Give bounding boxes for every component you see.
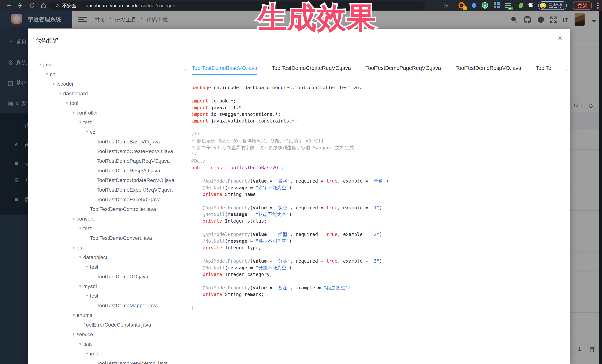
forward-icon[interactable] bbox=[17, 2, 23, 9]
code-line bbox=[191, 171, 566, 178]
file-tab-1[interactable]: ToolTestDemoCreateReqVO.java bbox=[272, 65, 351, 75]
caret-down-icon[interactable]: ▼ bbox=[72, 214, 77, 224]
tree-node-dir[interactable]: ▼service bbox=[35, 330, 189, 339]
close-icon[interactable]: × bbox=[558, 34, 562, 42]
back-icon[interactable] bbox=[5, 2, 11, 9]
annotation-text: 生成效果 bbox=[258, 1, 376, 34]
tree-node-dir[interactable]: ▼test bbox=[35, 291, 189, 301]
tree-node-file[interactable]: ToolTestDemoServiceImpl.java bbox=[35, 359, 189, 364]
not-secure-label: 不安全 bbox=[62, 2, 77, 9]
tree-node-dir[interactable]: ▼impl bbox=[35, 349, 189, 359]
green-y-extension-icon[interactable]: y bbox=[482, 2, 488, 9]
file-tab-2[interactable]: ToolTestDemoPageReqVO.java bbox=[365, 65, 441, 75]
extension-on-badge: on bbox=[508, 7, 513, 10]
extension-badge: 1 bbox=[463, 6, 467, 10]
grid-extension-icon[interactable] bbox=[494, 2, 500, 9]
caret-down-icon[interactable]: ▼ bbox=[85, 291, 90, 301]
code-preview-dialog: 代码预览 × ▼java▼cn▼iocoder▼dashboard▼tool▼c… bbox=[28, 29, 570, 364]
tree-node-file[interactable]: ToolTestDemoRespVO.java bbox=[35, 166, 189, 176]
code-line: * 测试示例 Base VO，提供给添加、修改、详细的子 VO 使用 bbox=[191, 138, 566, 144]
code-line: @ApiModelProperty(value = "类型", required… bbox=[191, 231, 566, 238]
tree-node-dir[interactable]: ▼vo bbox=[35, 127, 189, 137]
caret-down-icon[interactable]: ▼ bbox=[78, 281, 83, 291]
tree-node-dir[interactable]: ▼test bbox=[35, 339, 189, 349]
tree-node-dir[interactable]: ▼convert bbox=[35, 214, 189, 224]
caret-down-icon[interactable]: ▼ bbox=[85, 262, 90, 272]
tree-node-dir[interactable]: ▼dataobject bbox=[35, 253, 189, 262]
code-line: private Integer status; bbox=[191, 218, 566, 224]
browser-scrollbar[interactable] bbox=[599, 11, 602, 364]
tree-node-file[interactable]: ToolTestDemoExportReqVO.java bbox=[35, 185, 189, 195]
tree-node-file[interactable]: ToolTestDemoUpdateReqVO.java bbox=[35, 176, 189, 185]
tree-node-file[interactable]: ToolTestDemoController.java bbox=[35, 204, 189, 214]
tree-node-dir[interactable]: ▼iocoder bbox=[35, 79, 189, 89]
code-line: @ApiModelProperty(value = "备注", example … bbox=[191, 284, 566, 291]
paused-label: 已暂停 bbox=[548, 2, 563, 9]
caret-down-icon[interactable]: ▼ bbox=[72, 330, 77, 339]
caret-down-icon[interactable]: ▼ bbox=[78, 252, 83, 262]
code-line: private Integer category; bbox=[191, 271, 566, 278]
refresh-icon[interactable] bbox=[29, 2, 35, 9]
caret-down-icon[interactable]: ▼ bbox=[58, 89, 63, 98]
code-line: * 如果子 VO 存在差异的字段，请不要添加到这里，影响 Swagger 文档生… bbox=[191, 144, 566, 151]
code-line bbox=[191, 298, 566, 304]
browser-update-button[interactable]: 更新 bbox=[573, 1, 591, 10]
caret-down-icon[interactable]: ▼ bbox=[78, 339, 83, 349]
caret-down-icon[interactable]: ▼ bbox=[38, 60, 43, 69]
tree-node-dir[interactable]: ▼java bbox=[35, 60, 189, 70]
caret-down-icon[interactable]: ▼ bbox=[72, 243, 77, 252]
tree-node-dir[interactable]: ▼dal bbox=[35, 243, 189, 253]
tab-items: ToolTestDemoBaseVO.javaToolTestDemoCreat… bbox=[192, 65, 551, 75]
caret-down-icon[interactable]: ▼ bbox=[45, 69, 50, 79]
url-host: dashboard.yudao.iocoder.cn bbox=[86, 3, 146, 9]
bookmark-star-icon[interactable]: ☆ bbox=[443, 3, 448, 9]
tree-node-file[interactable]: ToolTestDemoExcelVO.java bbox=[35, 195, 189, 204]
list-extension-icon[interactable]: on bbox=[505, 2, 512, 9]
tree-node-dir[interactable]: ▼cn bbox=[35, 70, 189, 79]
paused-extension-pill[interactable]: 已暂停 bbox=[538, 1, 567, 10]
tree-node-dir[interactable]: ▼test bbox=[35, 262, 189, 272]
leaf-extension-icon[interactable] bbox=[517, 2, 524, 9]
tree-node-dir[interactable]: ▼mysql bbox=[35, 281, 189, 291]
tree-node-dir[interactable]: ▼enums bbox=[35, 311, 189, 320]
tree-node-dir[interactable]: ▼tool bbox=[35, 98, 189, 108]
tree-node-dir[interactable]: ▼controller bbox=[35, 108, 189, 118]
code-line: import java.util.*; bbox=[191, 104, 566, 111]
caret-down-icon[interactable]: ▼ bbox=[72, 108, 77, 117]
caret-down-icon[interactable]: ▼ bbox=[72, 310, 77, 320]
caret-down-icon[interactable]: ▼ bbox=[52, 79, 57, 89]
tree-node-dir[interactable]: ▼test bbox=[35, 118, 189, 127]
tree-node-dir[interactable]: ▼dashboard bbox=[35, 89, 189, 98]
tree-node-file[interactable]: ToolTestDemoMapper.java bbox=[35, 301, 189, 311]
caret-down-icon[interactable]: ▼ bbox=[85, 349, 90, 358]
tree-node-file[interactable]: ToolTestDemoConvert.java bbox=[35, 233, 189, 243]
tree-node-dir[interactable]: ▼test bbox=[35, 224, 189, 233]
not-secure-icon[interactable]: ⚠ bbox=[56, 3, 60, 9]
annotation-overlay: 生成效果 生成效果 bbox=[258, 0, 376, 35]
home-icon[interactable] bbox=[40, 2, 47, 9]
code-line: private String name; bbox=[191, 191, 566, 198]
pin-extension-icon[interactable] bbox=[471, 2, 477, 9]
tree-node-file[interactable]: ToolTestDemoDO.java bbox=[35, 272, 189, 281]
orange-circle-extension-icon[interactable]: 1 bbox=[458, 2, 465, 9]
code-line: import io.swagger.annotations.*; bbox=[191, 111, 566, 118]
tabs-scroll-right-icon[interactable]: › bbox=[566, 66, 568, 73]
code-line bbox=[191, 251, 566, 258]
tree-node-file[interactable]: ToolTestDemoBaseVO.java bbox=[35, 137, 189, 146]
caret-down-icon[interactable]: ▼ bbox=[85, 127, 90, 137]
tree-node-file[interactable]: ToolTestDemoPageReqVO.java bbox=[35, 156, 189, 166]
code-line: @NotNull(message = "名字不能为空") bbox=[191, 184, 566, 191]
caret-down-icon[interactable]: ▼ bbox=[65, 98, 70, 108]
file-tab-0[interactable]: ToolTestDemoBaseVO.java bbox=[192, 65, 257, 75]
puzzle-extension-icon[interactable] bbox=[528, 2, 535, 9]
caret-down-icon[interactable]: ▼ bbox=[78, 224, 83, 233]
tabs-scroll-left-icon[interactable]: ‹ bbox=[185, 66, 187, 73]
tree-node-file[interactable]: ToolTestDemoCreateReqVO.java bbox=[35, 146, 189, 156]
file-tab-4[interactable]: ToolTe bbox=[536, 65, 551, 75]
browser-menu-icon[interactable]: ••• bbox=[596, 2, 600, 9]
file-tab-3[interactable]: ToolTestDemoRespVO.java bbox=[455, 65, 521, 75]
code-line: @ApiModelProperty(value = "名字", required… bbox=[191, 178, 566, 184]
tree-node-file[interactable]: ToolErrorCodeConstants.java bbox=[35, 320, 189, 330]
code-line: @ApiModelProperty(value = "状态", required… bbox=[191, 204, 566, 211]
caret-down-icon[interactable]: ▼ bbox=[78, 117, 83, 127]
